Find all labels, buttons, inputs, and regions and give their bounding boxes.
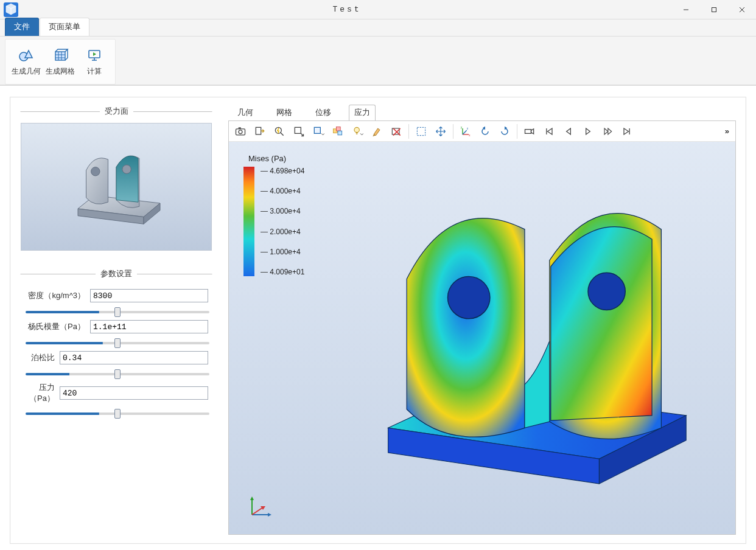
legend-tick: 4.009e+01: [261, 268, 304, 276]
toolbar-more[interactable]: »: [721, 127, 733, 136]
select-rect-icon[interactable]: [412, 123, 430, 140]
camera-icon[interactable]: [520, 123, 539, 140]
svg-rect-19: [337, 127, 341, 131]
svg-rect-17: [314, 127, 320, 133]
svg-text:y: y: [461, 125, 463, 129]
youngs-slider[interactable]: [26, 342, 209, 344]
poisson-label: 泊松比: [24, 352, 60, 363]
zoom-box-icon[interactable]: [290, 123, 308, 140]
density-input[interactable]: [90, 289, 208, 302]
orientation-axes-icon: [243, 490, 275, 522]
youngs-label: 杨氏模量（Pa）: [24, 321, 90, 332]
viewer-tabs: 几何 网格 位移 应力: [228, 106, 736, 120]
rotate-ccw-icon[interactable]: [476, 123, 494, 140]
density-slider[interactable]: [26, 311, 209, 313]
titlebar: Test: [0, 0, 756, 19]
svg-rect-16: [295, 127, 301, 133]
params-panel: 参数设置 密度（kg/m^3） 杨氏模量（Pa）: [20, 268, 212, 428]
prev-icon[interactable]: [559, 123, 578, 140]
ribbon-gen-geometry[interactable]: 生成几何: [9, 42, 43, 82]
ribbon-compute-label: 计算: [87, 66, 102, 77]
pressure-input[interactable]: [60, 386, 208, 400]
export-icon[interactable]: [251, 123, 269, 140]
menu-tab-page[interactable]: 页面菜单: [40, 18, 89, 36]
lightbulb-dropdown-icon[interactable]: [348, 123, 366, 140]
pressure-label: 压力（Pa）: [24, 382, 60, 404]
compute-icon: [86, 47, 103, 64]
legend-tick: 4.000e+4: [261, 187, 304, 195]
svg-point-9: [91, 167, 100, 176]
color-legend: Mises (Pa) 4.698e+04 4.000e+4 3.000e+4 2…: [243, 154, 304, 276]
poisson-input[interactable]: [60, 351, 208, 364]
rotate-cw-icon[interactable]: [495, 123, 514, 140]
clear-x-icon[interactable]: [387, 123, 405, 140]
svg-text:x: x: [469, 133, 471, 137]
svg-rect-14: [256, 127, 261, 134]
play-icon[interactable]: [579, 123, 597, 140]
svg-text:z: z: [467, 126, 469, 130]
svg-point-32: [588, 273, 625, 310]
box-dropdown-icon[interactable]: [309, 123, 327, 140]
youngs-input[interactable]: [90, 320, 208, 333]
svg-marker-34: [268, 513, 271, 517]
svg-marker-5: [93, 52, 96, 56]
menu-tabs: 文件 页面菜单: [0, 19, 756, 37]
gen-mesh-icon: [52, 47, 69, 64]
minimize-button[interactable]: [672, 0, 700, 19]
close-button[interactable]: [728, 0, 756, 19]
snapshot-icon[interactable]: [231, 123, 250, 140]
svg-rect-13: [239, 127, 241, 129]
legend-tick: 2.000e+4: [261, 228, 304, 236]
view-tab-stress[interactable]: 应力: [349, 105, 376, 120]
svg-rect-20: [338, 131, 342, 135]
preview-panel: 受力面: [20, 106, 212, 257]
svg-point-21: [354, 127, 359, 132]
ribbon-gen-mesh-label: 生成网格: [46, 66, 75, 77]
origin-dropdown-icon[interactable]: [329, 123, 347, 140]
svg-rect-27: [525, 129, 531, 133]
legend-tick: 1.000e+4: [261, 248, 304, 256]
ribbon: 生成几何 生成网格 计算: [0, 37, 756, 85]
menu-tab-file[interactable]: 文件: [5, 18, 39, 36]
preview-title: 受力面: [100, 106, 133, 117]
app-icon: [4, 2, 18, 17]
move-icon[interactable]: [432, 123, 450, 140]
legend-bar: [243, 167, 254, 276]
density-label: 密度（kg/m^3）: [24, 290, 90, 301]
legend-tick: 4.698e+04: [261, 167, 304, 175]
orient-axes-icon[interactable]: yxz: [457, 123, 475, 140]
poisson-slider[interactable]: [26, 373, 209, 375]
params-title: 参数设置: [96, 268, 137, 279]
svg-rect-3: [55, 52, 65, 60]
brush-icon[interactable]: [368, 123, 386, 140]
svg-marker-33: [250, 496, 254, 500]
preview-viewport[interactable]: [21, 123, 212, 251]
viewer-canvas[interactable]: Mises (Pa) 4.698e+04 4.000e+4 3.000e+4 2…: [229, 142, 735, 534]
svg-point-31: [448, 276, 490, 318]
window-title: Test: [22, 5, 672, 14]
ribbon-compute[interactable]: 计算: [77, 42, 111, 82]
svg-rect-23: [417, 127, 425, 135]
pressure-slider[interactable]: [26, 412, 209, 415]
maximize-button[interactable]: [700, 0, 728, 19]
svg-point-10: [122, 165, 131, 173]
view-tab-mesh[interactable]: 网格: [271, 105, 298, 120]
gen-geometry-icon: [18, 47, 35, 64]
fwd-icon[interactable]: [598, 123, 617, 140]
last-icon[interactable]: [618, 123, 636, 140]
view-tab-displacement[interactable]: 位移: [310, 105, 337, 120]
svg-rect-0: [712, 7, 716, 12]
viewer: yxz » Mises (Pa): [228, 120, 736, 535]
legend-title: Mises (Pa): [248, 154, 304, 163]
viewer-toolbar: yxz »: [229, 121, 735, 142]
svg-point-12: [239, 130, 242, 133]
model-render: [338, 166, 711, 516]
first-icon[interactable]: [540, 123, 558, 140]
view-tab-geometry[interactable]: 几何: [232, 105, 259, 120]
ribbon-gen-geometry-label: 生成几何: [12, 66, 41, 77]
ribbon-gen-mesh[interactable]: 生成网格: [43, 42, 77, 82]
zoom-lightning-icon[interactable]: [270, 123, 289, 140]
legend-tick: 3.000e+4: [261, 207, 304, 215]
